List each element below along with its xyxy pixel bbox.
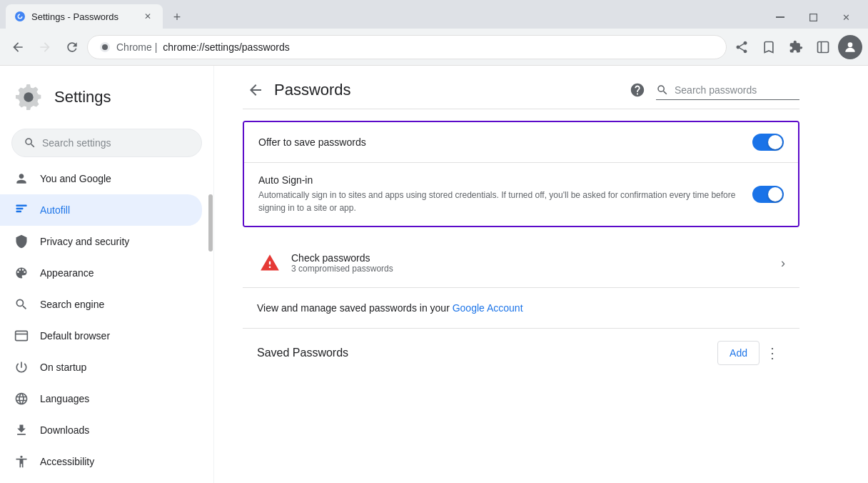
person-icon	[14, 171, 29, 186]
profile-button[interactable]	[838, 35, 862, 59]
google-account-link[interactable]: Google Account	[453, 302, 523, 314]
palette-icon	[14, 266, 29, 280]
check-passwords-row[interactable]: Check passwords 3 compromised passwords …	[243, 239, 799, 288]
svg-point-8	[848, 42, 853, 47]
saved-passwords-row: Saved Passwords Add ⋮	[243, 329, 799, 377]
svg-rect-12	[16, 331, 28, 340]
auto-signin-label: Auto Sign-in	[258, 174, 752, 186]
back-button[interactable]	[6, 35, 30, 59]
sidebar-scrollbar[interactable]	[208, 187, 213, 483]
passwords-back-button[interactable]	[243, 77, 268, 103]
tab-close-button[interactable]: ✕	[141, 10, 154, 23]
accessibility-icon	[14, 454, 29, 469]
sidebar-label-languages: Languages	[40, 393, 89, 404]
offer-save-info: Offer to save passwords	[258, 136, 752, 148]
settings-sidebar: Settings You and Google Autofill	[0, 66, 214, 483]
globe-icon	[14, 392, 29, 406]
search-engine-icon	[14, 297, 29, 312]
warning-icon	[257, 250, 283, 276]
sidebar-item-downloads[interactable]: Downloads	[0, 414, 202, 446]
power-icon	[14, 360, 29, 374]
sidebar-item-on-startup[interactable]: On startup	[0, 352, 202, 383]
settings-logo	[14, 83, 43, 111]
svg-rect-6	[818, 41, 829, 52]
saved-passwords-label: Saved Passwords	[257, 347, 717, 359]
sidebar-toggle-button[interactable]	[811, 35, 835, 59]
svg-point-5	[102, 44, 108, 50]
extensions-menu-button[interactable]	[784, 35, 808, 59]
svg-rect-2	[776, 16, 784, 18]
sidebar-item-appearance[interactable]: Appearance	[0, 257, 202, 289]
sidebar-item-languages[interactable]: Languages	[0, 383, 202, 414]
add-password-button[interactable]: Add	[717, 341, 760, 365]
passwords-header: Passwords	[243, 66, 799, 109]
address-path: chrome://settings/passwords	[163, 41, 289, 53]
help-button[interactable]	[625, 77, 650, 103]
svg-rect-11	[16, 211, 22, 213]
refresh-button[interactable]	[60, 35, 84, 59]
auto-signin-info: Auto Sign-in Automatically sign in to si…	[258, 174, 752, 214]
svg-rect-9	[16, 205, 27, 207]
google-account-row: View and manage saved passwords in your …	[243, 288, 799, 329]
sidebar-label-you-and-google: You and Google	[40, 173, 111, 184]
forward-button[interactable]	[33, 35, 57, 59]
close-window-button[interactable]: ✕	[829, 6, 862, 29]
settings-search-bar[interactable]	[11, 129, 202, 157]
chevron-right-icon: ›	[781, 256, 785, 271]
sidebar-item-accessibility[interactable]: Accessibility	[0, 446, 202, 477]
sidebar-label-search-engine: Search engine	[40, 299, 104, 310]
svg-rect-3	[809, 14, 817, 21]
share-button[interactable]	[730, 35, 754, 59]
minimize-button[interactable]	[764, 6, 797, 29]
settings-content: Passwords Offer to save passwords	[214, 66, 868, 483]
search-passwords-input[interactable]	[675, 84, 799, 96]
auto-signin-desc: Automatically sign in to sites and apps …	[258, 189, 752, 214]
sidebar-label-downloads: Downloads	[40, 424, 89, 436]
sidebar-item-default-browser[interactable]: Default browser	[0, 320, 202, 352]
sidebar-header: Settings	[0, 71, 213, 129]
sidebar-label-autofill: Autofill	[40, 204, 70, 216]
check-passwords-title: Check passwords	[291, 252, 781, 264]
offer-save-passwords-row: Offer to save passwords	[244, 122, 798, 163]
password-settings-section: Offer to save passwords Auto Sign-in Aut…	[243, 121, 799, 227]
settings-search-input[interactable]	[42, 137, 190, 149]
sidebar-label-accessibility: Accessibility	[40, 456, 94, 467]
bookmark-button[interactable]	[757, 35, 781, 59]
auto-signin-toggle[interactable]	[752, 186, 784, 203]
tab-favicon	[14, 11, 26, 22]
sidebar-label-on-startup: On startup	[40, 362, 86, 373]
svg-rect-10	[16, 208, 24, 210]
site-favicon	[99, 41, 111, 53]
active-tab[interactable]: Settings - Passwords ✕	[6, 4, 163, 29]
sidebar-title: Settings	[54, 88, 111, 106]
sidebar-item-search-engine[interactable]: Search engine	[0, 289, 202, 320]
more-options-button[interactable]: ⋮	[760, 340, 785, 366]
download-icon	[14, 423, 29, 437]
passwords-title: Passwords	[274, 81, 619, 99]
offer-save-toggle[interactable]	[752, 134, 784, 151]
sidebar-label-default-browser: Default browser	[40, 330, 110, 342]
sidebar-item-you-and-google[interactable]: You and Google	[0, 163, 202, 194]
google-account-text: View and manage saved passwords in your	[257, 302, 453, 314]
offer-save-label: Offer to save passwords	[258, 136, 752, 148]
new-tab-button[interactable]: +	[166, 6, 188, 29]
sidebar-label-appearance: Appearance	[40, 267, 94, 279]
sidebar-item-privacy[interactable]: Privacy and security	[0, 226, 202, 257]
autofill-icon	[14, 203, 29, 217]
search-passwords-field[interactable]	[656, 81, 799, 100]
browser-icon	[14, 329, 29, 343]
sidebar-label-privacy: Privacy and security	[40, 236, 129, 247]
sidebar-item-autofill[interactable]: Autofill	[0, 194, 202, 226]
check-passwords-subtitle: 3 compromised passwords	[291, 264, 781, 274]
address-bar[interactable]: Chrome | chrome://settings/passwords	[87, 35, 727, 59]
restore-button[interactable]	[797, 6, 829, 29]
check-passwords-info: Check passwords 3 compromised passwords	[291, 252, 781, 274]
address-domain: Chrome |	[116, 41, 157, 53]
search-icon	[24, 136, 36, 149]
shield-icon	[14, 234, 29, 249]
svg-point-1	[19, 15, 21, 18]
tab-title: Settings - Passwords	[31, 11, 136, 22]
search-passwords-icon	[656, 84, 669, 96]
address-text: Chrome | chrome://settings/passwords	[116, 41, 290, 53]
auto-signin-row: Auto Sign-in Automatically sign in to si…	[244, 163, 798, 226]
